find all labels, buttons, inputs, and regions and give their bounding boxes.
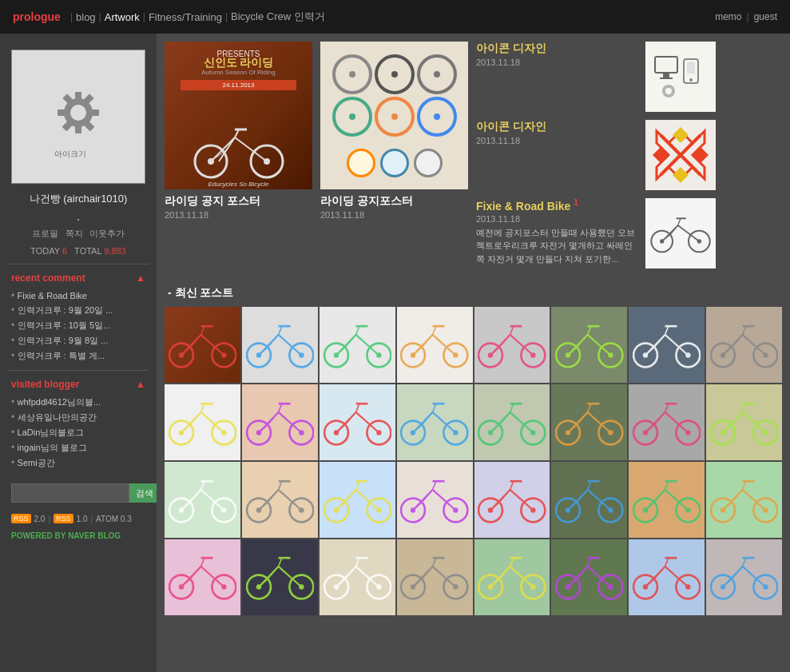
- search-input[interactable]: [11, 483, 129, 503]
- grid-cell-22[interactable]: [629, 462, 705, 538]
- memo-link[interactable]: memo: [715, 11, 741, 22]
- svg-line-129: [732, 335, 743, 348]
- side-post-3[interactable]: Fixie & Road Bike 1 2013.11.18 예전에 공지포스터…: [476, 198, 716, 268]
- svg-line-146: [278, 404, 281, 412]
- grid-cell-7[interactable]: [706, 307, 782, 383]
- blog-stats: TODAY 6 TOTAL 9,883: [0, 246, 157, 256]
- recent-comment-header: recent comment ▲: [0, 269, 157, 287]
- side-thumb-2: [645, 120, 716, 190]
- today-count: 6: [62, 246, 67, 256]
- grid-cell-26[interactable]: [320, 539, 395, 615]
- grid-cell-31[interactable]: [706, 539, 782, 615]
- svg-line-346: [588, 559, 591, 567]
- list-item: 인력거크루 : 9월 20일 ...: [11, 303, 145, 318]
- grid-cell-19[interactable]: [397, 462, 473, 538]
- grid-cell-30[interactable]: [629, 539, 705, 615]
- grid-cell-3[interactable]: [397, 307, 473, 383]
- grid-cell-27[interactable]: [397, 539, 473, 615]
- recent-link-5[interactable]: 인력거크루 : 특별 게...: [18, 351, 105, 360]
- svg-line-218: [181, 502, 190, 510]
- featured-post-2[interactable]: 라이딩 공지포스터 2013.11.18: [320, 42, 468, 276]
- svg-line-256: [510, 481, 514, 490]
- total-count: 9,883: [104, 246, 126, 256]
- featured-title-1: 라이딩 공지 포스터: [165, 194, 312, 209]
- visited-blogger-header: visited blogger ▲: [0, 376, 157, 393]
- grid-cell-18[interactable]: [320, 462, 395, 538]
- list-item: 인력거크루 : 특별 게...: [11, 348, 145, 364]
- list-item: Semi공간: [11, 455, 145, 471]
- visitor-link-1[interactable]: whfpddl4612님의블...: [18, 397, 101, 407]
- visitor-link-2[interactable]: 세상유일나만의공간: [18, 412, 97, 422]
- profile-link[interactable]: 프로필: [32, 229, 58, 238]
- grid-cell-24[interactable]: [165, 539, 240, 615]
- svg-line-278: [645, 502, 654, 510]
- add-neighbor-link[interactable]: 이웃추가: [89, 229, 125, 238]
- grid-cell-6[interactable]: [629, 307, 705, 383]
- recent-link-2[interactable]: 인력거크루 : 9월 20일 ...: [18, 305, 113, 315]
- grid-cell-9[interactable]: [242, 384, 318, 460]
- nav-link-blog[interactable]: blog: [76, 11, 96, 23]
- svg-line-349: [577, 567, 588, 579]
- grid-cell-21[interactable]: [551, 462, 627, 538]
- nav-link-artwork[interactable]: Artwork: [105, 11, 140, 23]
- svg-line-219: [189, 489, 200, 502]
- svg-line-206: [742, 404, 745, 412]
- grid-cell-13[interactable]: [551, 384, 627, 460]
- grid-cell-0[interactable]: [165, 307, 240, 383]
- featured-date-2: 2013.11.18: [320, 210, 468, 220]
- svg-rect-6: [58, 109, 66, 116]
- grid-cell-28[interactable]: [474, 539, 550, 615]
- rss-20-link[interactable]: 2.0: [34, 515, 46, 523]
- grid-cell-20[interactable]: [474, 462, 550, 538]
- nav-sep-1: |: [70, 11, 73, 22]
- recent-link-3[interactable]: 인력거크루 : 10월 5일...: [18, 320, 111, 330]
- message-link[interactable]: 쪽지: [66, 229, 83, 238]
- grid-cell-12[interactable]: [474, 384, 550, 460]
- svg-line-59: [189, 335, 200, 348]
- grid-cell-1[interactable]: [242, 307, 318, 383]
- svg-line-68: [259, 348, 268, 356]
- svg-line-88: [413, 348, 422, 356]
- grid-cell-2[interactable]: [320, 307, 395, 383]
- recent-link-1[interactable]: Fixie & Road Bike: [18, 291, 87, 300]
- grid-cell-25[interactable]: [242, 539, 318, 615]
- grid-cell-23[interactable]: [706, 462, 782, 538]
- svg-line-318: [336, 579, 345, 587]
- guest-link[interactable]: guest: [754, 11, 777, 22]
- grid-cell-11[interactable]: [397, 384, 473, 460]
- visitor-link-4[interactable]: ingain님의 블로그: [18, 443, 87, 452]
- grid-cell-29[interactable]: [551, 539, 627, 615]
- grid-cell-4[interactable]: [474, 307, 550, 383]
- side-post-2[interactable]: 아이콘 디자인 2013.11.18: [476, 120, 716, 190]
- toggle-icon[interactable]: ▲: [136, 272, 145, 284]
- main-content: PRESENTS 신인도 라이딩 Autumn Season Of Riding…: [157, 34, 790, 672]
- recent-link-4[interactable]: 인력거크루 : 9월 8일 ...: [18, 336, 109, 345]
- atom-link[interactable]: ATOM 0.3: [96, 515, 132, 523]
- visitor-link-3[interactable]: LaDin님의블로그: [18, 427, 85, 437]
- svg-line-356: [665, 559, 669, 567]
- svg-text:아이크기: 아이크기: [54, 149, 86, 158]
- side-post-1[interactable]: 아이콘 디자인 2013.11.18: [476, 42, 716, 112]
- grid-cell-14[interactable]: [629, 384, 705, 460]
- svg-line-239: [344, 489, 355, 502]
- grid-cell-10[interactable]: [320, 384, 395, 460]
- svg-line-109: [577, 335, 588, 348]
- nav-link-fitness[interactable]: Fitness/Training: [149, 11, 222, 23]
- svg-rect-5: [91, 109, 99, 116]
- visitor-link-5[interactable]: Semi공간: [18, 458, 55, 467]
- grid-cell-16[interactable]: [165, 462, 240, 538]
- featured-post-1[interactable]: PRESENTS 신인도 라이딩 Autumn Season Of Riding…: [165, 42, 312, 276]
- nav-link-bicycle[interactable]: Bicycle Crew 인력거: [231, 10, 325, 24]
- search-button[interactable]: 검색: [129, 483, 160, 503]
- svg-line-216: [200, 481, 204, 490]
- grid-cell-17[interactable]: [242, 462, 318, 538]
- grid-cell-8[interactable]: [165, 384, 240, 460]
- logo[interactable]: prologue: [13, 10, 61, 23]
- list-item: whfpddl4612님의블...: [11, 395, 145, 410]
- grid-cell-5[interactable]: [551, 307, 627, 383]
- blog-label: BLOG: [97, 531, 121, 540]
- toggle-icon-2[interactable]: ▲: [136, 379, 145, 390]
- svg-rect-3: [75, 92, 81, 100]
- grid-cell-15[interactable]: [706, 384, 782, 460]
- rss-10-link[interactable]: 1.0: [77, 515, 88, 523]
